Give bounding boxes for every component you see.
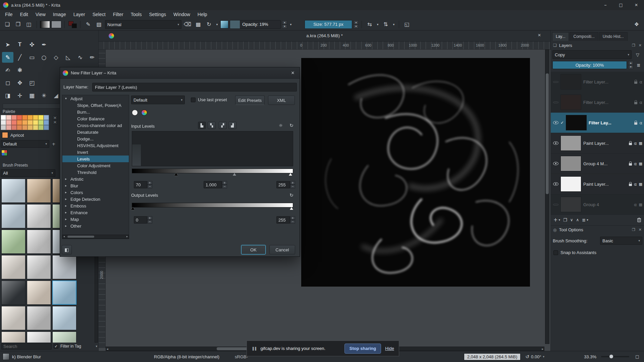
search-input[interactable]: [1, 343, 52, 350]
palette-scroll-up[interactable]: ▴: [53, 116, 57, 120]
menu-view[interactable]: View: [32, 10, 49, 19]
canvas-v-scrollbar[interactable]: [545, 50, 549, 344]
visibility-icon[interactable]: [553, 141, 558, 145]
palette-swatch[interactable]: [38, 115, 44, 120]
palette-swatch[interactable]: [28, 125, 33, 130]
brush-preset-thumbnail[interactable]: [27, 179, 51, 203]
document-tab-close-icon[interactable]: ✕: [538, 33, 541, 37]
tool-line[interactable]: ╱: [14, 52, 25, 63]
document-tab-title[interactable]: a.kra (264.5 MiB) *: [306, 33, 342, 38]
output-white-handle[interactable]: [290, 207, 293, 210]
visibility-icon[interactable]: [553, 204, 558, 205]
output-black-spin[interactable]: +−: [147, 216, 152, 224]
filter-item[interactable]: Color Adjustment: [62, 162, 129, 169]
filter-category-enhance[interactable]: ▸Enhance: [62, 209, 129, 216]
output-white-spin[interactable]: +−: [290, 216, 295, 224]
opacity-slider[interactable]: Opacity: 19%: [230, 20, 281, 29]
trim-to-image-button[interactable]: ◱: [402, 20, 412, 29]
tool-text[interactable]: T: [14, 39, 25, 50]
menu-tools[interactable]: Tools: [127, 10, 146, 19]
menu-window[interactable]: Window: [170, 10, 194, 19]
zoom-slider-thumb[interactable]: [609, 355, 613, 358]
tool-rectangle[interactable]: ▭: [26, 52, 38, 63]
tool-color-sampler[interactable]: ✛: [14, 90, 25, 101]
tool-dynamic-brush[interactable]: ✍: [2, 65, 13, 75]
alpha-icon[interactable]: α: [639, 100, 642, 105]
visibility-icon[interactable]: [553, 182, 558, 186]
layer-row[interactable]: Paint Layer... α▩: [551, 174, 644, 194]
palette-swatch[interactable]: [22, 120, 28, 125]
rotation-caret[interactable]: ▾: [543, 355, 545, 358]
scroll-left-arrow[interactable]: ◂: [63, 235, 65, 238]
open-document-button[interactable]: ❐: [13, 20, 23, 29]
delete-layer-button[interactable]: [637, 218, 641, 222]
stop-sharing-button[interactable]: Stop sharing: [344, 344, 381, 354]
gradient-chip[interactable]: [40, 21, 50, 28]
tool-edit-shapes[interactable]: ✜: [26, 39, 38, 50]
histogram-before-button[interactable]: ▞: [219, 122, 227, 129]
menu-edit[interactable]: Edit: [16, 10, 32, 19]
brush-preset-thumbnail[interactable]: [52, 306, 76, 330]
tool-move[interactable]: ✥: [14, 77, 25, 88]
palette-swatch[interactable]: [6, 115, 11, 120]
rotation-value[interactable]: 0.00°: [531, 354, 541, 359]
zoom-slider[interactable]: [601, 356, 629, 357]
layer-properties-caret[interactable]: ▾: [587, 219, 588, 222]
palette-set-dropdown[interactable]: Default ▾: [1, 140, 49, 148]
palette-swatch[interactable]: [28, 120, 33, 125]
zoom-value[interactable]: 33.3%: [584, 354, 596, 359]
palette-swatch[interactable]: [33, 125, 38, 130]
input-black-spinbox[interactable]: 70: [134, 181, 147, 188]
float-docker-icon[interactable]: ❐: [632, 44, 635, 47]
layer-row[interactable]: Filter Layer... α: [551, 72, 644, 92]
brush-preset-thumbnail[interactable]: [27, 281, 51, 305]
visibility-icon[interactable]: [553, 121, 558, 124]
input-black-spin[interactable]: +−: [147, 181, 152, 188]
layer-opacity-spin[interactable]: ▴▾: [628, 61, 633, 69]
palette-swatch[interactable]: [44, 115, 49, 120]
close-docker-icon[interactable]: ✕: [639, 228, 642, 232]
tool-bezier-curve[interactable]: ∿: [74, 52, 86, 63]
inherit-alpha-icon[interactable]: ▩: [639, 162, 642, 166]
layer-filter-funnel-button[interactable]: ▽: [633, 50, 642, 59]
brush-preset-thumbnail[interactable]: [1, 281, 25, 305]
xml-button[interactable]: XML: [268, 96, 295, 105]
input-white-spin[interactable]: +−: [290, 181, 295, 188]
alpha-icon[interactable]: α: [634, 182, 637, 186]
lock-icon[interactable]: [629, 143, 632, 145]
output-levels-gradient[interactable]: [132, 203, 293, 211]
filter-item[interactable]: HSV/HSL Adjustment: [62, 142, 129, 149]
layer-row[interactable]: Paint Layer... α▩: [551, 133, 644, 154]
search-options-caret[interactable]: ▾: [96, 345, 97, 348]
input-white-handle[interactable]: [289, 173, 292, 176]
filter-category-map[interactable]: ▸Map: [62, 216, 129, 223]
palette-swatch[interactable]: [11, 115, 17, 120]
blend-mode-dropdown[interactable]: Normal ▾: [105, 20, 181, 29]
output-reset-button[interactable]: ↻: [287, 191, 296, 199]
tool-freehand-path[interactable]: ✏: [87, 52, 98, 63]
brush-preset-thumbnail[interactable]: [1, 204, 25, 228]
palette-swatch[interactable]: [17, 120, 22, 125]
input-gamma-handle[interactable]: [233, 173, 236, 176]
tool-select-shapes[interactable]: ➤: [2, 39, 13, 50]
duplicate-layer-button[interactable]: ❐: [563, 218, 567, 222]
brush-preset-thumbnail[interactable]: [52, 331, 76, 343]
visibility-icon[interactable]: [553, 81, 558, 83]
current-color-swatch[interactable]: [2, 132, 8, 138]
pattern-chip[interactable]: [51, 21, 61, 28]
layer-options-button[interactable]: ≣: [635, 61, 643, 69]
tool-ellipse[interactable]: ○: [38, 52, 50, 63]
alpha-icon[interactable]: α: [639, 121, 642, 125]
brush-editor-button[interactable]: ✎: [84, 20, 93, 29]
filter-category-edge-detection[interactable]: ▸Edge Detection: [62, 196, 129, 202]
palette-swatch[interactable]: [28, 115, 33, 120]
visibility-icon[interactable]: [553, 162, 558, 165]
add-layer-caret[interactable]: ▾: [559, 219, 560, 222]
brush-smoothing-dropdown[interactable]: Basic ▾: [600, 237, 642, 245]
tool-gradient[interactable]: ◨: [2, 90, 13, 101]
input-gamma-spin[interactable]: +−: [222, 181, 227, 188]
filter-item[interactable]: Invert: [62, 149, 129, 156]
color-channel-button[interactable]: [141, 110, 147, 116]
palette-swatch[interactable]: [17, 115, 22, 120]
tab-compositions[interactable]: Compositi...: [570, 32, 598, 41]
